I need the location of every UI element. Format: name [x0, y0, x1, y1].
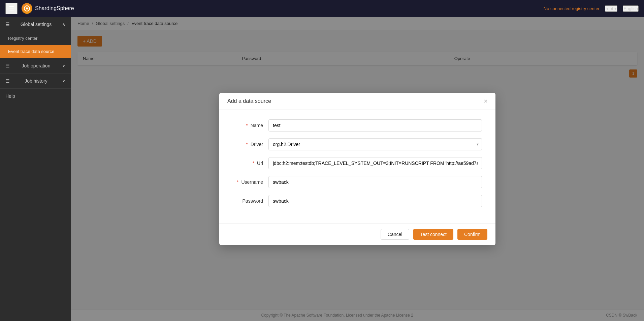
required-star-driver: * [246, 142, 248, 147]
sidebar-section-global: ☰ Global settings ∧ Registry center Even… [0, 17, 71, 58]
modal-footer: Cancel Test connect Confirm [219, 223, 495, 245]
language-button[interactable]: English [623, 5, 639, 12]
url-label: * Url [233, 160, 263, 166]
chevron-down-icon-history: ∨ [62, 79, 65, 83]
no-connected-label: No connected registry center [544, 6, 600, 11]
sidebar-global-label: Global settings [21, 22, 52, 27]
password-input[interactable] [268, 195, 482, 207]
sidebar-section-job-history: ☰ Job history ∨ [0, 74, 71, 89]
name-label: * Name [233, 123, 263, 128]
chevron-down-icon-job: ∨ [62, 63, 65, 68]
sidebar-job-op-label: Job operation [22, 63, 51, 68]
sidebar-item-event-trace[interactable]: Event trace data source [0, 45, 71, 58]
logo-icon [22, 3, 32, 14]
content-area: Home / Global settings / Event trace dat… [71, 17, 644, 321]
form-row-password: Password [233, 195, 482, 207]
driver-label: * Driver [233, 142, 263, 147]
cancel-button[interactable]: Cancel [381, 229, 410, 240]
required-star-username: * [237, 179, 238, 185]
form-row-username: * Username [233, 176, 482, 188]
sidebar-job-operation-header[interactable]: ☰ Job operation ∨ [0, 58, 71, 73]
modal-title: Add a data source [227, 98, 271, 104]
sidebar-job-hist-label: Job history [25, 78, 47, 84]
username-label: * Username [233, 179, 263, 185]
required-star-url: * [253, 160, 254, 166]
app-name: ShardingSphere [35, 5, 74, 11]
sidebar-job-op-icon: ☰ [5, 63, 10, 68]
sidebar-job-history-header[interactable]: ☰ Job history ∨ [0, 74, 71, 88]
sidebar-event-label: Event trace data source [8, 49, 54, 54]
form-row-url: * Url [233, 157, 482, 169]
modal-body: * Name * Driver org.h2.Drive [219, 110, 495, 223]
sidebar: ☰ Global settings ∧ Registry center Even… [0, 17, 71, 321]
svg-point-1 [26, 7, 28, 9]
modal-header: Add a data source × [219, 93, 495, 110]
form-row-name: * Name [233, 119, 482, 132]
modal-overlay[interactable]: Add a data source × * Name [71, 17, 644, 321]
sidebar-section-global-icon: ☰ [5, 22, 10, 27]
hamburger-button[interactable]: ☰ [5, 3, 18, 14]
sidebar-help-label: Help [5, 93, 15, 99]
user-button[interactable]: root ▾ [605, 5, 617, 12]
sidebar-item-help[interactable]: Help [0, 89, 71, 104]
confirm-button[interactable]: Confirm [457, 229, 487, 240]
modal-dialog: Add a data source × * Name [219, 93, 495, 245]
sidebar-job-hist-icon: ☰ [5, 78, 10, 84]
test-connect-button[interactable]: Test connect [413, 229, 453, 240]
password-label: Password [233, 198, 263, 204]
name-input[interactable] [268, 119, 482, 132]
top-header: ☰ ShardingSphere No connected registry c… [0, 0, 644, 17]
driver-select-wrapper: org.h2.Driver com.mysql.jdbc.Driver org.… [268, 138, 482, 150]
header-right: No connected registry center root ▾ Engl… [544, 5, 639, 12]
chevron-down-icon: ▾ [614, 6, 617, 11]
modal-close-button[interactable]: × [484, 98, 487, 104]
logo-area: ShardingSphere [22, 3, 74, 14]
required-star-name: * [246, 123, 248, 128]
url-input[interactable] [268, 157, 482, 169]
chevron-up-icon: ∧ [62, 22, 65, 27]
sidebar-section-header-global[interactable]: ☰ Global settings ∧ [0, 17, 71, 32]
username-input[interactable] [268, 176, 482, 188]
form-row-driver: * Driver org.h2.Driver com.mysql.jdbc.Dr… [233, 138, 482, 150]
sidebar-registry-label: Registry center [8, 36, 37, 41]
sidebar-section-job-operation: ☰ Job operation ∨ [0, 58, 71, 74]
driver-select[interactable]: org.h2.Driver com.mysql.jdbc.Driver org.… [268, 138, 482, 150]
sidebar-item-registry[interactable]: Registry center [0, 32, 71, 45]
main-layout: ☰ Global settings ∧ Registry center Even… [0, 17, 644, 321]
